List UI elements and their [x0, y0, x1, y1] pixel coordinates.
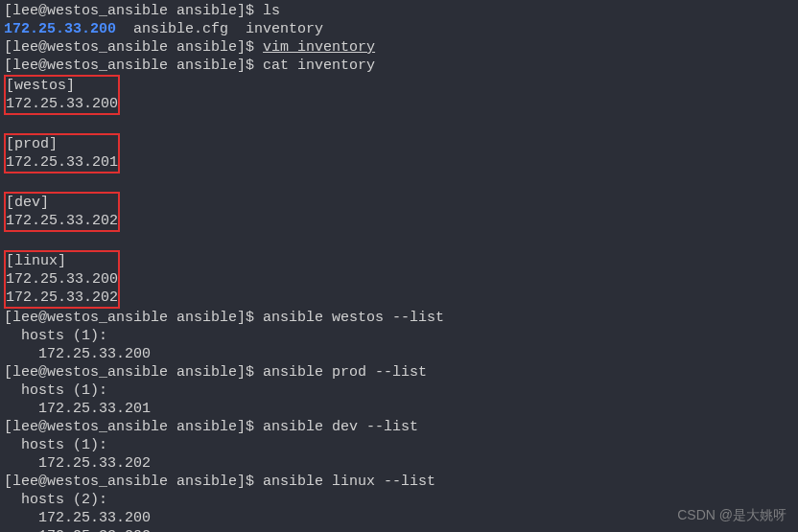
blank-line [4, 115, 794, 133]
ls-output: 172.25.33.200 ansible.cfg inventory [4, 20, 794, 38]
terminal-line: [lee@westos_ansible ansible]$ ansible li… [4, 473, 794, 491]
directory-entry: 172.25.33.200 [4, 21, 116, 37]
terminal-line: [lee@westos_ansible ansible]$ vim invent… [4, 38, 794, 57]
output-hosts: hosts (1): [4, 382, 794, 400]
terminal-line: [lee@westos_ansible ansible]$ ansible we… [4, 309, 794, 327]
highlight-box-prod: [prod] 172.25.33.201 [4, 133, 120, 173]
output-ip: 172.25.33.200 [4, 509, 794, 527]
watermark-text: CSDN @是大姚呀 [677, 506, 786, 524]
blank-line [4, 232, 794, 250]
highlight-box-linux: [linux] 172.25.33.200 172.25.33.202 [4, 250, 120, 309]
shell-prompt: [lee@westos_ansible ansible]$ [4, 419, 263, 435]
shell-prompt: [lee@westos_ansible ansible]$ [4, 310, 263, 326]
shell-prompt: [lee@westos_ansible ansible]$ [4, 364, 263, 381]
output-hosts: hosts (2): [4, 491, 794, 509]
inventory-linux-group: [linux] 172.25.33.200 172.25.33.202 [6, 253, 118, 306]
highlight-box-westos: [westos] 172.25.33.200 [4, 75, 120, 115]
shell-prompt: [lee@westos_ansible ansible]$ [4, 474, 263, 490]
command-cat: cat inventory [263, 58, 375, 74]
terminal-line: [lee@westos_ansible ansible]$ ansible de… [4, 418, 794, 436]
terminal-line: [lee@westos_ansible ansible]$ cat invent… [4, 57, 794, 75]
shell-prompt: [lee@westos_ansible ansible]$ [4, 3, 263, 19]
terminal-line: [lee@westos_ansible ansible]$ ansible pr… [4, 363, 794, 382]
command-ls: ls [263, 3, 280, 19]
blank-line [4, 173, 794, 192]
output-ip: 172.25.33.202 [4, 454, 794, 473]
highlight-box-dev: [dev] 172.25.33.202 [4, 192, 120, 232]
output-ip: 172.25.33.202 [4, 527, 794, 532]
inventory-dev-group: [dev] 172.25.33.202 [6, 195, 118, 229]
command-ansible-westos: ansible westos --list [263, 310, 444, 326]
file-entries: ansible.cfg inventory [116, 21, 323, 37]
output-hosts: hosts (1): [4, 436, 794, 454]
command-ansible-linux: ansible linux --list [263, 474, 435, 490]
output-hosts: hosts (1): [4, 327, 794, 345]
inventory-prod-group: [prod] 172.25.33.201 [6, 136, 118, 171]
output-ip: 172.25.33.200 [4, 345, 794, 363]
output-ip: 172.25.33.201 [4, 400, 794, 418]
command-vim: vim inventory [263, 39, 375, 56]
command-ansible-dev: ansible dev --list [263, 419, 418, 435]
inventory-westos-group: [westos] 172.25.33.200 [6, 78, 118, 112]
shell-prompt: [lee@westos_ansible ansible]$ [4, 58, 263, 74]
command-ansible-prod: ansible prod --list [263, 364, 427, 381]
terminal-line: [lee@westos_ansible ansible]$ ls [4, 2, 794, 20]
shell-prompt: [lee@westos_ansible ansible]$ [4, 39, 263, 56]
